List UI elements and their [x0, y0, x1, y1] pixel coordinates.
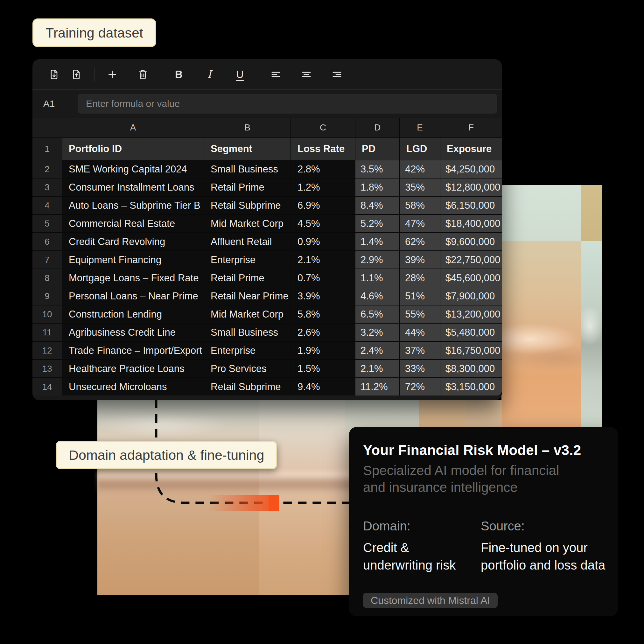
row-number[interactable]: 11	[32, 324, 62, 341]
data-cell[interactable]: Construction Lending	[62, 305, 204, 323]
data-cell[interactable]: $13,200,000	[440, 305, 502, 323]
data-cell[interactable]: 62%	[400, 233, 440, 250]
align-right-button[interactable]	[330, 67, 344, 81]
data-cell[interactable]: $9,600,000	[440, 233, 502, 250]
data-cell[interactable]: Affluent Retail	[204, 233, 291, 250]
data-cell[interactable]: Unsecured Microloans	[62, 378, 204, 395]
data-cell[interactable]: 5.8%	[291, 305, 355, 323]
header-cell[interactable]: Segment	[204, 138, 291, 160]
data-cell[interactable]: 0.7%	[291, 269, 355, 287]
bold-button[interactable]: B	[172, 67, 186, 81]
data-cell[interactable]: Trade Finance – Import/Export	[62, 342, 204, 359]
row-number[interactable]: 12	[32, 342, 62, 359]
data-cell[interactable]: 6.9%	[291, 197, 355, 214]
data-cell[interactable]: Retail Subprime	[204, 378, 291, 395]
data-cell[interactable]: 3.9%	[291, 287, 355, 305]
add-row-button[interactable]	[105, 67, 119, 81]
column-header-e[interactable]: E	[400, 118, 440, 137]
row-number[interactable]: 7	[32, 251, 62, 269]
data-cell[interactable]: $45,600,000	[440, 269, 502, 287]
header-cell[interactable]: Loss Rate	[291, 138, 355, 160]
data-cell[interactable]: 5.2%	[355, 215, 399, 232]
header-cell[interactable]: PD	[355, 138, 399, 160]
data-cell[interactable]: 28%	[400, 269, 440, 287]
data-cell[interactable]: Retail Subprime	[204, 197, 291, 214]
data-cell[interactable]: Enterprise	[204, 251, 291, 269]
data-cell[interactable]: Retail Prime	[204, 269, 291, 287]
data-cell[interactable]: Agribusiness Credit Line	[62, 324, 204, 341]
data-cell[interactable]: 44%	[400, 324, 440, 341]
data-cell[interactable]: 0.9%	[291, 233, 355, 250]
data-cell[interactable]: 58%	[400, 197, 440, 214]
data-cell[interactable]: $16,750,000	[440, 342, 502, 359]
data-cell[interactable]: 1.9%	[291, 342, 355, 359]
data-cell[interactable]: 33%	[400, 360, 440, 377]
column-header-f[interactable]: F	[440, 118, 502, 137]
column-header-b[interactable]: B	[204, 118, 291, 137]
data-cell[interactable]: 35%	[400, 179, 440, 196]
underline-button[interactable]: U	[233, 67, 247, 81]
data-cell[interactable]: $22,750,000	[440, 251, 502, 269]
header-cell[interactable]: Portfolio ID	[62, 138, 204, 160]
data-cell[interactable]: Small Business	[204, 160, 291, 178]
data-cell[interactable]: Pro Services	[204, 360, 291, 377]
data-cell[interactable]: 39%	[400, 251, 440, 269]
data-cell[interactable]: SME Working Capital 2024	[62, 160, 204, 178]
data-cell[interactable]: $3,150,000	[440, 378, 502, 395]
data-cell[interactable]: 42%	[400, 160, 440, 178]
data-cell[interactable]: 3.5%	[355, 160, 399, 178]
italic-button[interactable]: I	[202, 67, 216, 81]
column-header-c[interactable]: C	[291, 118, 355, 137]
data-cell[interactable]: 47%	[400, 215, 440, 232]
data-cell[interactable]: 2.1%	[355, 360, 399, 377]
data-cell[interactable]: 1.1%	[355, 269, 399, 287]
data-cell[interactable]: 37%	[400, 342, 440, 359]
row-number[interactable]: 13	[32, 360, 62, 377]
column-header-a[interactable]: A	[62, 118, 204, 137]
data-cell[interactable]: 2.8%	[291, 160, 355, 178]
row-number[interactable]: 4	[32, 197, 62, 214]
data-cell[interactable]: 2.6%	[291, 324, 355, 341]
data-cell[interactable]: $6,150,000	[440, 197, 502, 214]
data-cell[interactable]: Credit Card Revolving	[62, 233, 204, 250]
row-number[interactable]: 3	[32, 179, 62, 196]
data-cell[interactable]: 2.1%	[291, 251, 355, 269]
data-cell[interactable]: Retail Prime	[204, 179, 291, 196]
row-number[interactable]: 8	[32, 269, 62, 287]
data-cell[interactable]: Equipment Financing	[62, 251, 204, 269]
data-cell[interactable]: 2.4%	[355, 342, 399, 359]
data-cell[interactable]: $12,800,000	[440, 179, 502, 196]
data-cell[interactable]: 8.4%	[355, 197, 399, 214]
data-cell[interactable]: $8,300,000	[440, 360, 502, 377]
file-import-button[interactable]	[47, 67, 61, 81]
data-cell[interactable]: 4.6%	[355, 287, 399, 305]
data-cell[interactable]: Mortgage Loans – Fixed Rate	[62, 269, 204, 287]
data-cell[interactable]: Consumer Installment Loans	[62, 179, 204, 196]
header-cell[interactable]: Exposure	[440, 138, 502, 160]
row-number[interactable]: 10	[32, 305, 62, 323]
data-cell[interactable]: Retail Near Prime	[204, 287, 291, 305]
data-cell[interactable]: 2.9%	[355, 251, 399, 269]
row-number[interactable]: 9	[32, 287, 62, 305]
data-cell[interactable]: $18,400,000	[440, 215, 502, 232]
data-cell[interactable]: 55%	[400, 305, 440, 323]
data-cell[interactable]: Auto Loans – Subprime Tier B	[62, 197, 204, 214]
data-cell[interactable]: $4,250,000	[440, 160, 502, 178]
data-cell[interactable]: Small Business	[204, 324, 291, 341]
row-number[interactable]: 2	[32, 160, 62, 178]
data-cell[interactable]: 6.5%	[355, 305, 399, 323]
data-cell[interactable]: Personal Loans – Near Prime	[62, 287, 204, 305]
data-cell[interactable]: 51%	[400, 287, 440, 305]
data-cell[interactable]: Enterprise	[204, 342, 291, 359]
data-cell[interactable]: 4.5%	[291, 215, 355, 232]
column-header-d[interactable]: D	[355, 118, 399, 137]
data-cell[interactable]: Mid Market Corp	[204, 305, 291, 323]
data-cell[interactable]: 1.8%	[355, 179, 399, 196]
data-cell[interactable]: 72%	[400, 378, 440, 395]
row-number[interactable]: 1	[32, 138, 62, 160]
file-export-button[interactable]	[69, 67, 83, 81]
data-cell[interactable]: 1.2%	[291, 179, 355, 196]
align-left-button[interactable]	[269, 67, 283, 81]
data-cell[interactable]: $5,480,000	[440, 324, 502, 341]
data-cell[interactable]: Commercial Real Estate	[62, 215, 204, 232]
